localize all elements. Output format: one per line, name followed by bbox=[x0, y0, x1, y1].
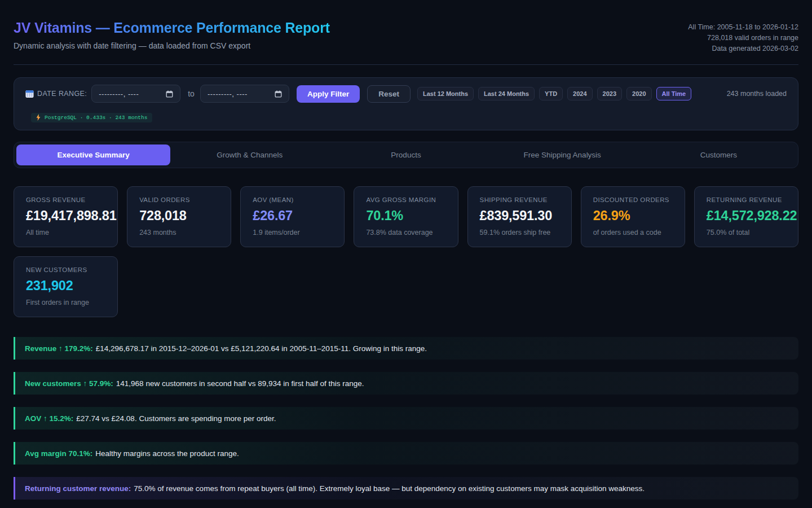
up-arrow-icon: ↑ bbox=[59, 344, 63, 353]
insight-lead: Avg margin 70.1%: bbox=[25, 449, 92, 458]
page-title: JV Vitamins — Ecommerce Performance Repo… bbox=[14, 20, 330, 36]
filter-row: DATE RANGE: to bbox=[25, 85, 787, 103]
tab-growth-channels[interactable]: Growth & Channels bbox=[173, 144, 326, 165]
insight-body: £27.74 vs £24.08. Customers are spending… bbox=[76, 414, 276, 423]
filter-bar: DATE RANGE: to bbox=[14, 77, 798, 130]
insight-lead: Revenue ↑ 179.2%: bbox=[25, 344, 93, 353]
quick-range-chip-2024[interactable]: 2024 bbox=[567, 87, 592, 100]
insight-list: Revenue ↑ 179.2%: £14,296,678.17 in 2015… bbox=[14, 337, 798, 500]
insight-row: AOV ↑ 15.2%: £27.74 vs £24.08. Customers… bbox=[14, 407, 798, 430]
tab-customers[interactable]: Customers bbox=[642, 144, 796, 165]
apply-filter-button[interactable]: Apply Filter bbox=[297, 85, 360, 103]
kpi-subtext: of orders used a code bbox=[593, 229, 674, 237]
date-range-label: DATE RANGE: bbox=[37, 90, 87, 98]
header-left: JV Vitamins — Ecommerce Performance Repo… bbox=[14, 20, 330, 50]
tab-bar: Executive SummaryGrowth & ChannelsProduc… bbox=[14, 142, 798, 168]
kpi-value: 728,018 bbox=[139, 208, 220, 224]
lightning-icon bbox=[36, 114, 41, 121]
kpi-value: £26.67 bbox=[253, 208, 334, 224]
meta-generated: Data generated 2026-03-02 bbox=[688, 43, 798, 54]
kpi-card: GROSS REVENUE £19,417,898.81 All time bbox=[14, 186, 118, 247]
kpi-label: DISCOUNTED ORDERS bbox=[593, 196, 674, 203]
date-from-input[interactable] bbox=[99, 90, 164, 98]
kpi-label: GROSS REVENUE bbox=[26, 196, 107, 203]
kpi-value: £19,417,898.81 bbox=[26, 208, 107, 224]
kpi-label: AOV (MEAN) bbox=[253, 196, 334, 203]
date-to-field[interactable] bbox=[200, 85, 289, 103]
chip-label: 2020 bbox=[632, 90, 646, 97]
kpi-label: SHIPPING REVENUE bbox=[480, 196, 561, 203]
kpi-value: 26.9% bbox=[593, 208, 674, 224]
insight-row: New customers ↑ 57.9%: 141,968 new custo… bbox=[14, 372, 798, 395]
insight-row: Returning customer revenue: 75.0% of rev… bbox=[14, 477, 798, 500]
query-status-badge: PostgreSQL · 0.433s · 243 months bbox=[31, 113, 152, 122]
page-subtitle: Dynamic analysis with date filtering — d… bbox=[14, 41, 330, 50]
quick-range-chip-last-24-months[interactable]: Last 24 Months bbox=[478, 87, 535, 100]
tab-executive-summary[interactable]: Executive Summary bbox=[16, 144, 170, 165]
up-arrow-icon: ↑ bbox=[83, 379, 87, 388]
chip-label: Last 12 Months bbox=[423, 90, 468, 97]
header: JV Vitamins — Ecommerce Performance Repo… bbox=[14, 0, 798, 54]
kpi-card: VALID ORDERS 728,018 243 months bbox=[127, 186, 231, 247]
kpi-label: RETURNING REVENUE bbox=[707, 196, 788, 203]
insight-body: £14,296,678.17 in 2015-12–2026-01 vs £5,… bbox=[96, 344, 427, 353]
meta-date-range: All Time: 2005-11-18 to 2026-01-12 bbox=[688, 22, 798, 33]
kpi-card: DISCOUNTED ORDERS 26.9% of orders used a… bbox=[581, 186, 685, 247]
tab-free-shipping-analysis[interactable]: Free Shipping Analysis bbox=[486, 144, 639, 165]
to-label: to bbox=[188, 89, 195, 98]
kpi-card: RETURNING REVENUE £14,572,928.22 75.0% o… bbox=[694, 186, 798, 247]
kpi-label: VALID ORDERS bbox=[139, 196, 220, 203]
meta-valid-orders: 728,018 valid orders in range bbox=[688, 33, 798, 43]
kpi-label: AVG GROSS MARGIN bbox=[366, 196, 447, 203]
kpi-value: £14,572,928.22 bbox=[707, 208, 788, 224]
quick-range-chip-2023[interactable]: 2023 bbox=[597, 87, 622, 100]
kpi-grid: GROSS REVENUE £19,417,898.81 All time VA… bbox=[14, 186, 798, 317]
header-divider bbox=[14, 64, 798, 65]
chip-label: Last 24 Months bbox=[484, 90, 529, 97]
kpi-subtext: 59.1% orders ship free bbox=[480, 229, 561, 237]
kpi-subtext: 243 months bbox=[139, 229, 220, 237]
page: JV Vitamins — Ecommerce Performance Repo… bbox=[0, 0, 812, 500]
kpi-subtext: 1.9 items/order bbox=[253, 229, 334, 237]
date-picker-icon[interactable] bbox=[275, 90, 282, 98]
kpi-card: AVG GROSS MARGIN 70.1% 73.8% data covera… bbox=[354, 186, 458, 247]
kpi-label: NEW CUSTOMERS bbox=[26, 266, 107, 273]
date-from-field[interactable] bbox=[91, 85, 180, 103]
kpi-value: 70.1% bbox=[366, 208, 447, 224]
insight-body: 141,968 new customers in second half vs … bbox=[116, 379, 364, 388]
header-meta: All Time: 2005-11-18 to 2026-01-12 728,0… bbox=[688, 20, 798, 54]
quick-range-chip-ytd[interactable]: YTD bbox=[539, 87, 563, 100]
calendar-emoji-icon bbox=[25, 90, 34, 98]
insight-row: Avg margin 70.1%: Healthy margins across… bbox=[14, 442, 798, 465]
chip-label: All Time bbox=[662, 90, 686, 97]
kpi-subtext: 73.8% data coverage bbox=[366, 229, 447, 237]
insight-lead: Returning customer revenue: bbox=[25, 484, 131, 493]
kpi-value: £839,591.30 bbox=[480, 208, 561, 224]
reset-button[interactable]: Reset bbox=[367, 85, 411, 103]
date-picker-icon[interactable] bbox=[166, 90, 173, 98]
quick-range-chip-all-time[interactable]: All Time bbox=[656, 87, 692, 100]
kpi-card: NEW CUSTOMERS 231,902 First orders in ra… bbox=[14, 256, 118, 317]
date-to-input[interactable] bbox=[208, 90, 272, 98]
kpi-card: SHIPPING REVENUE £839,591.30 59.1% order… bbox=[467, 186, 572, 247]
quick-range-chip-2020[interactable]: 2020 bbox=[626, 87, 651, 100]
kpi-card: AOV (MEAN) £26.67 1.9 items/order bbox=[240, 186, 345, 247]
kpi-value: 231,902 bbox=[26, 278, 107, 294]
chip-label: 2024 bbox=[573, 90, 586, 97]
insight-row: Revenue ↑ 179.2%: £14,296,678.17 in 2015… bbox=[14, 337, 798, 360]
chip-label: YTD bbox=[545, 90, 557, 97]
kpi-subtext: First orders in range bbox=[26, 299, 107, 306]
chip-label: 2023 bbox=[603, 90, 616, 97]
kpi-subtext: 75.0% of total bbox=[707, 229, 788, 237]
tab-products[interactable]: Products bbox=[329, 144, 483, 165]
quick-range-chips: Last 12 MonthsLast 24 MonthsYTD202420232… bbox=[417, 87, 691, 100]
quick-range-chip-last-12-months[interactable]: Last 12 Months bbox=[417, 87, 474, 100]
insight-body: 75.0% of revenue comes from repeat buyer… bbox=[134, 484, 645, 493]
insight-lead: AOV ↑ 15.2%: bbox=[25, 414, 73, 423]
insight-lead: New customers ↑ 57.9%: bbox=[25, 379, 113, 388]
months-loaded-label: 243 months loaded bbox=[727, 90, 787, 98]
kpi-subtext: All time bbox=[26, 229, 107, 237]
insight-body: Healthy margins across the product range… bbox=[95, 449, 239, 458]
query-status-text: PostgreSQL · 0.433s · 243 months bbox=[45, 115, 147, 121]
up-arrow-icon: ↑ bbox=[43, 414, 47, 423]
